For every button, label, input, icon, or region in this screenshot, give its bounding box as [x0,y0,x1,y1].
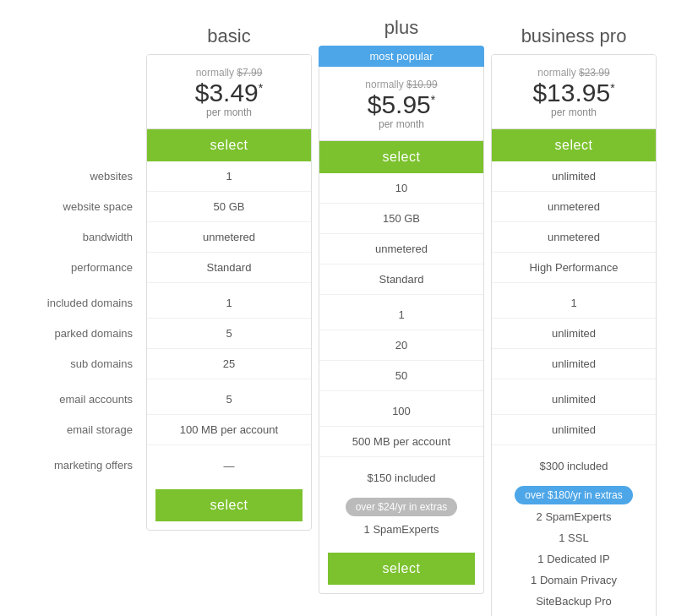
plan-basic-price: $3.49* [155,79,303,106]
plan-plus-normally: normally $10.99 [328,79,475,90]
basic-marketing-offers: — [147,450,311,481]
plan-basic-price-section: normally $7.99 $3.49* per month [147,55,311,129]
label-sub-domains: sub domains [16,348,143,379]
bp-extra-spam: 2 SpamExperts [537,508,612,526]
plan-business-pro: business pro normally $23.99 $13.95* per… [491,17,657,616]
plus-email-accounts: 100 [319,396,483,427]
label-marketing-offers: marketing offers [16,450,143,480]
plan-basic-features: 1 50 GB unmetered Standard 1 5 25 5 100 … [147,161,311,481]
plan-basic-per-month: per month [155,106,303,118]
bp-websites: unlimited [492,161,656,192]
label-bandwidth: bandwidth [16,221,143,252]
plan-plus-features: 10 150 GB unmetered Standard 1 20 50 100… [319,173,483,493]
plan-business-pro-features: unlimited unmetered unmetered High Perfo… [492,161,656,481]
basic-bandwidth: unmetered [147,222,311,253]
bp-extras-badge: over $180/yr in extras [515,486,632,504]
plus-included-domains: 1 [319,300,483,330]
label-performance: performance [16,252,143,282]
label-parked-domains: parked domains [16,318,143,348]
plus-marketing-offers: $150 included [319,462,483,493]
plan-plus-price: $5.95* [328,90,475,118]
bp-performance: High Performance [492,253,656,283]
labels-column: websites website space bandwidth perform… [16,17,143,480]
plan-plus-box: normally $10.99 $5.95* per month select … [319,67,484,594]
label-website-space: website space [16,191,143,221]
bp-included-domains: 1 [492,288,656,319]
pricing-table: websites website space bandwidth perform… [8,17,668,616]
plan-business-pro-normally: normally $23.99 [500,67,647,79]
plan-business-pro-name: business pro [491,17,657,54]
basic-included-domains: 1 [147,288,311,319]
plan-basic: basic normally $7.99 $3.49* per month se… [146,17,312,531]
plan-plus-select-bottom[interactable]: select [328,553,475,585]
plus-extras-section: over $24/yr in extras 1 SpamExperts [319,493,483,544]
plan-plus-per-month: per month [328,118,475,130]
plan-business-pro-box: normally $23.99 $13.95* per month select… [491,54,657,616]
basic-email-accounts: 5 [147,384,311,415]
basic-parked-domains: 5 [147,319,311,349]
plan-business-pro-per-month: per month [500,106,647,118]
plan-plus-price-section: normally $10.99 $5.95* per month [319,67,483,141]
plus-spam-experts: 1 SpamExperts [364,520,439,539]
plan-basic-name: basic [146,17,312,54]
most-popular-badge: most popular [319,46,484,67]
plus-website-space: 150 GB [319,204,483,234]
bp-email-accounts: unlimited [492,384,656,415]
plus-parked-domains: 20 [319,330,483,361]
bp-website-space: unmetered [492,192,656,222]
plan-basic-select-bottom[interactable]: select [155,489,303,521]
plan-plus-name: plus [319,8,484,46]
basic-performance: Standard [147,253,311,283]
plus-performance: Standard [319,264,483,295]
label-email-accounts: email accounts [16,384,143,414]
label-email-storage: email storage [16,414,143,444]
bp-extra-dedicated-ip: 1 Dedicated IP [537,550,609,568]
basic-websites: 1 [147,161,311,192]
plan-basic-box: normally $7.99 $3.49* per month select 1… [146,54,312,531]
plus-extras-badge: over $24/yr in extras [346,498,458,516]
bp-extra-domain-privacy: 1 Domain Privacy [531,571,617,589]
label-included-domains: included domains [16,287,143,318]
plan-basic-select-top[interactable]: select [147,129,311,161]
bp-extra-sitebackup: SiteBackup Pro [536,592,612,610]
basic-email-storage: 100 MB per account [147,415,311,445]
plus-email-storage: 500 MB per account [319,427,483,457]
bp-parked-domains: unlimited [492,319,656,349]
plus-sub-domains: 50 [319,361,483,391]
bp-extra-ssl: 1 SSL [559,529,588,547]
plan-business-pro-price: $13.95* [500,79,647,106]
plan-plus-select-top[interactable]: select [319,141,483,173]
bp-sub-domains: unlimited [492,349,656,379]
bp-extras-section: over $180/yr in extras 2 SpamExperts 1 S… [492,481,656,615]
plus-bandwidth: unmetered [319,234,483,264]
page-wrapper: websites website space bandwidth perform… [0,0,676,616]
basic-sub-domains: 25 [147,349,311,379]
bp-bandwidth: unmetered [492,222,656,253]
plan-business-pro-select-top[interactable]: select [492,129,656,161]
plan-basic-normally: normally $7.99 [155,67,303,79]
plus-websites: 10 [319,173,483,204]
label-websites: websites [16,161,143,191]
plan-plus: plus most popular normally $10.99 $5.95*… [319,8,484,594]
bp-marketing-offers: $300 included [492,450,656,481]
basic-website-space: 50 GB [147,192,311,222]
plan-business-pro-price-section: normally $23.99 $13.95* per month [492,55,656,129]
bp-email-storage: unlimited [492,415,656,445]
